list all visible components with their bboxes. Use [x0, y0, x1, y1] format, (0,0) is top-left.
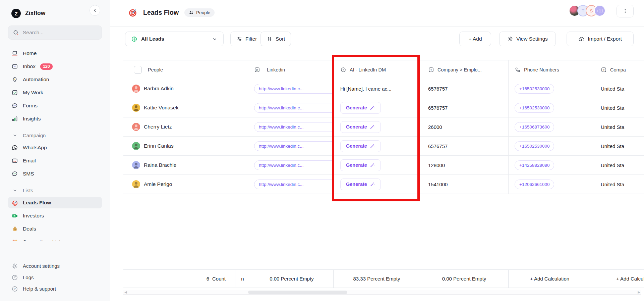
scroll-left-arrow[interactable]: ◀: [123, 290, 128, 294]
summary-company-add-calculation[interactable]: + Add Calculation: [591, 269, 644, 288]
phone-cell[interactable]: +16502530000: [509, 79, 591, 98]
add-record-button[interactable]: + Add: [459, 32, 491, 46]
sidebar-item-insights[interactable]: Insights: [8, 113, 102, 124]
sidebar-item-forms[interactable]: Forms: [8, 100, 102, 111]
phone-chip[interactable]: +12062661000: [515, 180, 554, 189]
company-cell[interactable]: United Sta: [591, 156, 644, 174]
generate-button[interactable]: Generate: [340, 179, 381, 190]
phone-chip[interactable]: +16502530000: [515, 141, 554, 151]
linkedin-link[interactable]: http://www.linkedin.c...: [254, 103, 334, 113]
linkedin-link[interactable]: http://www.linkedin.c...: [254, 84, 334, 94]
scrollbar-track[interactable]: [128, 291, 637, 294]
avatar-stack[interactable]: T S +11: [569, 5, 605, 16]
sidebar-item-inbox[interactable]: Inbox 120: [8, 61, 102, 72]
sidebar-item-competitors-list[interactable]: Competitors List: [8, 236, 102, 241]
column-header-phone-numbers[interactable]: Phone Numbers: [509, 60, 591, 79]
ai-dm-cell[interactable]: Generate: [334, 117, 420, 136]
generate-button[interactable]: Generate: [340, 121, 381, 133]
import-export-button[interactable]: Import / Export: [567, 32, 634, 46]
linkedin-cell[interactable]: http://www.linkedin.c...: [250, 117, 334, 136]
phone-cell[interactable]: +12062661000: [509, 175, 591, 194]
sidebar-item-account-settings[interactable]: Account settings: [8, 261, 102, 271]
summary-phone-add-calculation[interactable]: + Add Calculation: [509, 269, 591, 288]
linkedin-link[interactable]: http://www.linkedin.c...: [254, 122, 334, 132]
ai-dm-cell[interactable]: Hi [Name], I came ac...: [334, 79, 420, 98]
linkedin-cell[interactable]: http://www.linkedin.c...: [250, 98, 334, 117]
company-cell[interactable]: United Sta: [591, 98, 644, 117]
sidebar-item-leads-flow[interactable]: Leads Flow: [8, 197, 102, 208]
phone-cell[interactable]: +16502530000: [509, 137, 591, 155]
phone-cell[interactable]: +14258828080: [509, 156, 591, 174]
column-header-ai-linkedin-dm[interactable]: AI - LinkedIn DM: [334, 60, 420, 79]
people-badge[interactable]: People: [184, 8, 215, 17]
linkedin-link[interactable]: http://www.linkedin.c...: [254, 141, 334, 151]
linkedin-link[interactable]: http://www.linkedin.c...: [254, 180, 334, 189]
linkedin-cell[interactable]: http://www.linkedin.c...: [250, 137, 334, 155]
generate-button[interactable]: Generate: [340, 140, 381, 152]
column-header-company[interactable]: T Compa: [591, 60, 644, 79]
linkedin-link[interactable]: http://www.linkedin.c...: [254, 160, 334, 170]
company-cell[interactable]: United Sta: [591, 117, 644, 136]
employees-cell[interactable]: 1541000: [420, 175, 509, 194]
employees-cell[interactable]: 128000: [420, 156, 509, 174]
linkedin-cell[interactable]: http://www.linkedin.c...: [250, 175, 334, 194]
person-cell[interactable]: Kattie Vonasek: [123, 98, 235, 117]
company-cell[interactable]: United Sta: [591, 79, 644, 98]
scroll-right-arrow[interactable]: ▶: [637, 290, 641, 294]
person-cell[interactable]: Barbra Adkin: [123, 79, 235, 98]
employees-cell[interactable]: 6576757: [420, 79, 509, 98]
phone-chip[interactable]: +16502530000: [515, 84, 554, 94]
company-cell[interactable]: United Sta: [591, 175, 644, 194]
sidebar-item-whatsapp[interactable]: WhatsApp: [8, 142, 102, 153]
sidebar-collapse-button[interactable]: [90, 5, 100, 16]
employees-cell[interactable]: 6576757: [420, 137, 509, 155]
sidebar-item-automation[interactable]: Automation: [8, 74, 102, 85]
phone-cell[interactable]: +16506873600: [509, 117, 591, 136]
section-campaign[interactable]: Campaign: [8, 132, 102, 139]
linkedin-cell[interactable]: http://www.linkedin.c...: [250, 156, 334, 174]
sidebar-item-help-support[interactable]: ? Help & support: [8, 284, 102, 294]
summary-count-cell[interactable]: 6 Count: [123, 269, 235, 288]
sidebar-item-deals[interactable]: $ Deals: [8, 223, 102, 235]
view-selector-dropdown[interactable]: All Leads: [125, 32, 224, 46]
filter-button[interactable]: Filter: [230, 32, 263, 46]
avatar-overflow-count[interactable]: +11: [594, 5, 605, 16]
generate-button[interactable]: Generate: [340, 159, 381, 171]
phone-chip[interactable]: +16506873600: [515, 122, 554, 132]
sidebar-item-investors[interactable]: Investors: [8, 210, 102, 221]
employees-cell[interactable]: 26000: [420, 117, 509, 136]
phone-chip[interactable]: +16502530000: [515, 103, 554, 113]
person-cell[interactable]: Amie Perigo: [123, 175, 235, 194]
column-header-company-employees[interactable]: T Company > Emplo...: [420, 60, 509, 79]
employees-cell[interactable]: 6576757: [420, 98, 509, 117]
kebab-menu-button[interactable]: [617, 5, 634, 17]
summary-ai-cell[interactable]: 83.33 Percent Empty: [334, 269, 420, 288]
column-header-people[interactable]: People: [123, 60, 235, 79]
column-header-linkedin[interactable]: in Linkedin: [250, 60, 334, 79]
phone-cell[interactable]: +16502530000: [509, 98, 591, 117]
horizontal-scrollbar[interactable]: ◀ ▶: [123, 290, 641, 295]
ai-dm-cell[interactable]: Generate: [334, 137, 420, 155]
ai-dm-cell[interactable]: Generate: [334, 175, 420, 194]
summary-employees-cell[interactable]: 0.00 Percent Empty: [420, 269, 509, 288]
section-lists[interactable]: Lists: [8, 187, 102, 194]
sort-button[interactable]: Sort: [260, 32, 291, 46]
ai-dm-cell[interactable]: Generate: [334, 156, 420, 174]
sidebar-item-my-work[interactable]: My Work: [8, 87, 102, 98]
generate-button[interactable]: Generate: [340, 102, 381, 114]
ai-dm-cell[interactable]: Generate: [334, 98, 420, 117]
person-cell[interactable]: Cherry Lietz: [123, 117, 235, 136]
person-cell[interactable]: Erinn Canlas: [123, 137, 235, 155]
view-settings-button[interactable]: View Settings: [499, 32, 556, 46]
company-cell[interactable]: United Sta: [591, 137, 644, 155]
phone-chip[interactable]: +14258828080: [515, 160, 554, 170]
search-input[interactable]: Search...: [8, 26, 102, 40]
linkedin-cell[interactable]: http://www.linkedin.c...: [250, 79, 334, 98]
sidebar-item-sms[interactable]: SMS: [8, 168, 102, 180]
sidebar-item-home[interactable]: Home: [8, 48, 102, 59]
summary-linkedin-cell[interactable]: 0.00 Percent Empty: [250, 269, 334, 288]
person-cell[interactable]: Raina Brachle: [123, 156, 235, 174]
select-all-checkbox[interactable]: [134, 66, 142, 74]
sidebar-item-logs[interactable]: Logs: [8, 272, 102, 283]
scrollbar-thumb[interactable]: [248, 291, 347, 294]
